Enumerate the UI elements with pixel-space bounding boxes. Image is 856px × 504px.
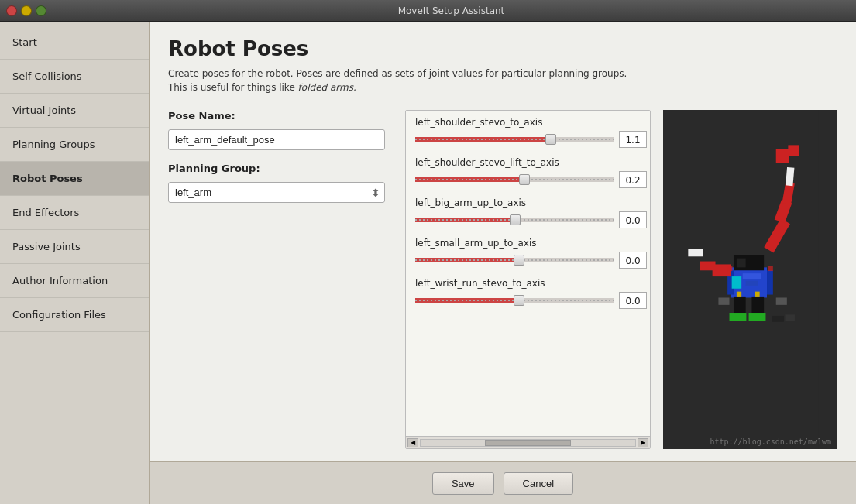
slider-control-1: 0.2 xyxy=(415,171,647,188)
page-title: Robot Poses xyxy=(168,37,837,60)
slider-value-1: 0.2 xyxy=(619,171,647,188)
svg-rect-19 xyxy=(737,292,741,297)
sidebar-item-author-information[interactable]: Author Information xyxy=(0,264,149,298)
slider-value-3: 0.0 xyxy=(619,252,647,269)
footer: Save Cancel xyxy=(150,461,856,504)
sidebar-item-passive-joints[interactable]: Passive Joints xyxy=(0,230,149,264)
maximize-button[interactable] xyxy=(36,5,46,16)
sidebar-item-self-collisions[interactable]: Self-Collisions xyxy=(0,60,149,94)
slider-control-2: 0.0 xyxy=(415,211,647,228)
slider-name-1: left_shoulder_stevo_lift_to_axis xyxy=(415,157,647,168)
page-desc-text: Create poses for the robot. Poses are de… xyxy=(168,68,627,93)
sidebar-item-end-effectors[interactable]: End Effectors xyxy=(0,196,149,230)
svg-rect-5 xyxy=(737,259,746,268)
sidebar-item-robot-poses[interactable]: Robot Poses xyxy=(0,162,149,196)
slider-name-3: left_small_arm_up_to_axis xyxy=(415,238,647,249)
form-section: Pose Name: Planning Group: left_arm righ… xyxy=(168,110,393,449)
svg-rect-26 xyxy=(772,316,784,322)
planning-group-select[interactable]: left_arm right_arm both_arms xyxy=(168,182,385,203)
slider-name-4: left_wrist_run_stevo_to_axis xyxy=(415,278,647,289)
svg-rect-7 xyxy=(700,262,716,271)
title-bar: MoveIt Setup Assistant xyxy=(0,0,856,22)
slider-control-4: 0.0 xyxy=(415,292,647,309)
robot-svg xyxy=(663,110,837,449)
svg-rect-16 xyxy=(751,297,764,314)
planning-group-label: Planning Group: xyxy=(168,163,393,174)
slider-value-4: 0.0 xyxy=(619,292,647,309)
content-panel: Robot Poses Create poses for the robot. … xyxy=(150,22,856,461)
scroll-right-button[interactable]: ▶ xyxy=(638,438,648,447)
svg-rect-29 xyxy=(776,297,787,304)
page-description: Create poses for the robot. Poses are de… xyxy=(168,67,648,94)
window-title: MoveIt Setup Assistant xyxy=(53,5,850,16)
svg-rect-22 xyxy=(743,273,761,279)
close-button[interactable] xyxy=(6,5,17,16)
slider-track-1[interactable] xyxy=(415,177,614,182)
horizontal-scrollbar[interactable]: ◀ ▶ xyxy=(406,436,650,448)
slider-track-3[interactable] xyxy=(415,258,614,262)
sliders-panel: left_shoulder_stevo_to_axis1.1left_shoul… xyxy=(405,110,651,449)
slider-thumb-3[interactable] xyxy=(514,255,524,266)
svg-rect-24 xyxy=(727,266,732,271)
slider-name-2: left_big_arm_up_to_axis xyxy=(415,197,647,208)
scroll-left-button[interactable]: ◀ xyxy=(407,438,418,447)
content-area: Robot Poses Create poses for the robot. … xyxy=(150,22,856,504)
form-and-sliders: Pose Name: Planning Group: left_arm righ… xyxy=(168,110,837,449)
robot-view: http://blog.csdn.net/mw1wm xyxy=(663,110,837,449)
slider-row-3: left_small_arm_up_to_axis0.0 xyxy=(415,238,647,269)
slider-value-2: 0.0 xyxy=(619,211,647,228)
pose-name-input[interactable] xyxy=(168,129,385,150)
sidebar-item-planning-groups[interactable]: Planning Groups xyxy=(0,128,149,162)
sidebar-item-configuration-files[interactable]: Configuration Files xyxy=(0,298,149,332)
slider-row-2: left_big_arm_up_to_axis0.0 xyxy=(415,197,647,228)
pose-name-label: Pose Name: xyxy=(168,110,393,122)
svg-rect-21 xyxy=(732,276,742,289)
slider-control-3: 0.0 xyxy=(415,252,647,269)
slider-thumb-2[interactable] xyxy=(510,214,521,225)
scroll-thumb[interactable] xyxy=(485,440,571,446)
slider-row-4: left_wrist_run_stevo_to_axis0.0 xyxy=(415,278,647,309)
slider-name-0: left_shoulder_stevo_to_axis xyxy=(415,117,647,128)
slider-row-1: left_shoulder_stevo_lift_to_axis0.2 xyxy=(415,157,647,188)
sidebar: StartSelf-CollisionsVirtual JointsPlanni… xyxy=(0,22,150,504)
slider-control-0: 1.1 xyxy=(415,131,647,148)
svg-rect-13 xyxy=(776,149,789,163)
page-desc-italic: folded arms. xyxy=(298,82,356,93)
slider-thumb-0[interactable] xyxy=(545,134,556,145)
scroll-track[interactable] xyxy=(420,439,636,447)
slider-track-4[interactable] xyxy=(415,298,614,303)
planning-group-select-wrap: left_arm right_arm both_arms ⬍ xyxy=(168,182,385,203)
sliders-scroll-area[interactable]: left_shoulder_stevo_to_axis1.1left_shoul… xyxy=(406,111,650,436)
slider-track-0[interactable] xyxy=(415,137,614,142)
svg-rect-28 xyxy=(718,297,729,304)
slider-thumb-4[interactable] xyxy=(514,295,524,306)
main-window: StartSelf-CollisionsVirtual JointsPlanni… xyxy=(0,22,856,504)
sidebar-item-virtual-joints[interactable]: Virtual Joints xyxy=(0,94,149,128)
sidebar-item-start[interactable]: Start xyxy=(0,26,149,60)
slider-row-0: left_shoulder_stevo_to_axis1.1 xyxy=(415,117,647,148)
cancel-button[interactable]: Cancel xyxy=(504,472,573,495)
minimize-button[interactable] xyxy=(21,5,32,16)
svg-rect-27 xyxy=(785,314,795,321)
slider-thumb-1[interactable] xyxy=(519,174,530,185)
svg-rect-17 xyxy=(730,313,747,321)
svg-rect-15 xyxy=(734,297,746,314)
svg-rect-23 xyxy=(746,281,758,286)
svg-rect-3 xyxy=(767,270,773,294)
slider-track-2[interactable] xyxy=(415,218,614,222)
window-controls[interactable] xyxy=(6,5,46,16)
slider-value-0: 1.1 xyxy=(619,131,647,148)
save-button[interactable]: Save xyxy=(432,472,494,495)
svg-rect-20 xyxy=(755,292,759,297)
svg-rect-25 xyxy=(768,266,773,271)
svg-rect-8 xyxy=(688,249,703,256)
svg-rect-18 xyxy=(749,313,766,321)
svg-rect-14 xyxy=(788,145,799,156)
watermark: http://blog.csdn.net/mw1wm xyxy=(710,437,831,446)
